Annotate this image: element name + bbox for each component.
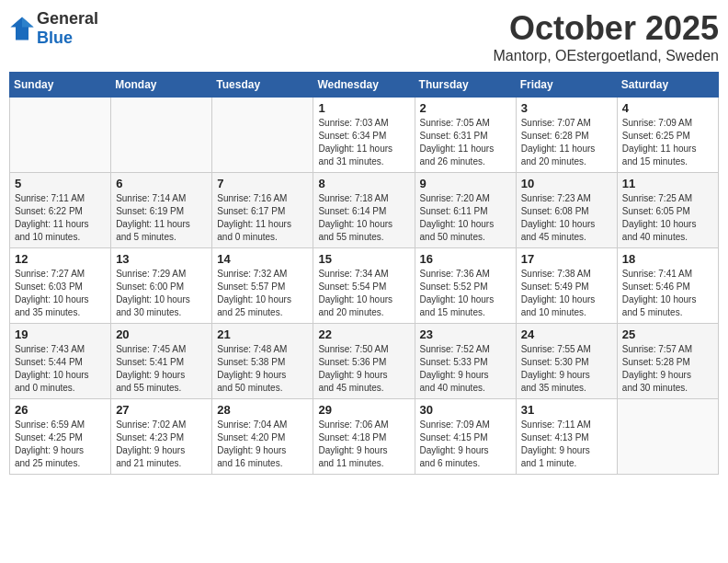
- logo-icon: [9, 16, 35, 41]
- day-info: Sunrise: 6:59 AM Sunset: 4:25 PM Dayligh…: [15, 419, 106, 470]
- calendar-cell: 21Sunrise: 7:48 AM Sunset: 5:38 PM Dayli…: [212, 324, 313, 399]
- logo: General Blue: [9, 9, 98, 48]
- calendar-cell: 12Sunrise: 7:27 AM Sunset: 6:03 PM Dayli…: [10, 248, 111, 324]
- calendar-cell: 29Sunrise: 7:06 AM Sunset: 4:18 PM Dayli…: [313, 399, 415, 475]
- calendar-cell: 3Sunrise: 7:07 AM Sunset: 6:28 PM Daylig…: [516, 98, 617, 173]
- calendar-cell: 6Sunrise: 7:14 AM Sunset: 6:19 PM Daylig…: [111, 173, 212, 248]
- day-info: Sunrise: 7:14 AM Sunset: 6:19 PM Dayligh…: [116, 192, 207, 244]
- day-info: Sunrise: 7:29 AM Sunset: 6:00 PM Dayligh…: [116, 268, 207, 319]
- day-info: Sunrise: 7:02 AM Sunset: 4:23 PM Dayligh…: [116, 419, 207, 470]
- calendar-cell: 19Sunrise: 7:43 AM Sunset: 5:44 PM Dayli…: [10, 324, 111, 399]
- calendar-cell: 25Sunrise: 7:57 AM Sunset: 5:28 PM Dayli…: [617, 324, 718, 399]
- calendar-cell: 7Sunrise: 7:16 AM Sunset: 6:17 PM Daylig…: [212, 173, 313, 248]
- calendar-cell: [212, 98, 313, 173]
- day-number: 12: [15, 252, 106, 266]
- day-number: 22: [318, 327, 409, 341]
- logo-general-text: General: [37, 9, 98, 28]
- day-number: 30: [420, 403, 511, 417]
- calendar-cell: 2Sunrise: 7:05 AM Sunset: 6:31 PM Daylig…: [415, 98, 516, 173]
- title-block: October 2025 Mantorp, OEstergoetland, Sw…: [494, 9, 719, 64]
- calendar-cell: 18Sunrise: 7:41 AM Sunset: 5:46 PM Dayli…: [617, 248, 718, 324]
- day-info: Sunrise: 7:57 AM Sunset: 5:28 PM Dayligh…: [622, 343, 713, 395]
- day-info: Sunrise: 7:06 AM Sunset: 4:18 PM Dayligh…: [318, 419, 409, 470]
- day-info: Sunrise: 7:20 AM Sunset: 6:11 PM Dayligh…: [420, 192, 511, 244]
- day-info: Sunrise: 7:48 AM Sunset: 5:38 PM Dayligh…: [217, 343, 308, 395]
- day-info: Sunrise: 7:09 AM Sunset: 6:25 PM Dayligh…: [622, 117, 713, 168]
- day-info: Sunrise: 7:11 AM Sunset: 6:22 PM Dayligh…: [15, 192, 106, 244]
- week-row-5: 26Sunrise: 6:59 AM Sunset: 4:25 PM Dayli…: [10, 399, 719, 475]
- month-title: October 2025: [494, 9, 719, 48]
- calendar-cell: 5Sunrise: 7:11 AM Sunset: 6:22 PM Daylig…: [10, 173, 111, 248]
- day-number: 8: [318, 177, 409, 190]
- day-info: Sunrise: 7:23 AM Sunset: 6:08 PM Dayligh…: [521, 192, 612, 244]
- calendar-cell: 17Sunrise: 7:38 AM Sunset: 5:49 PM Dayli…: [516, 248, 617, 324]
- day-info: Sunrise: 7:18 AM Sunset: 6:14 PM Dayligh…: [318, 192, 409, 244]
- day-info: Sunrise: 7:50 AM Sunset: 5:36 PM Dayligh…: [318, 343, 409, 395]
- calendar-cell: 22Sunrise: 7:50 AM Sunset: 5:36 PM Dayli…: [313, 324, 415, 399]
- day-number: 24: [521, 327, 612, 341]
- day-header-friday: Friday: [516, 73, 617, 98]
- day-number: 7: [217, 177, 308, 190]
- day-info: Sunrise: 7:43 AM Sunset: 5:44 PM Dayligh…: [15, 343, 106, 395]
- day-number: 16: [420, 252, 511, 266]
- day-number: 17: [521, 252, 612, 266]
- calendar-cell: 14Sunrise: 7:32 AM Sunset: 5:57 PM Dayli…: [212, 248, 313, 324]
- day-header-sunday: Sunday: [10, 73, 111, 98]
- day-number: 1: [318, 101, 409, 115]
- day-number: 2: [420, 101, 511, 115]
- calendar-cell: 10Sunrise: 7:23 AM Sunset: 6:08 PM Dayli…: [516, 173, 617, 248]
- day-number: 4: [622, 101, 713, 115]
- day-number: 15: [318, 252, 409, 266]
- calendar-cell: 23Sunrise: 7:52 AM Sunset: 5:33 PM Dayli…: [415, 324, 516, 399]
- calendar-cell: 20Sunrise: 7:45 AM Sunset: 5:41 PM Dayli…: [111, 324, 212, 399]
- day-header-monday: Monday: [111, 73, 212, 98]
- calendar-cell: 15Sunrise: 7:34 AM Sunset: 5:54 PM Dayli…: [313, 248, 415, 324]
- calendar-cell: 13Sunrise: 7:29 AM Sunset: 6:00 PM Dayli…: [111, 248, 212, 324]
- day-number: 29: [318, 403, 409, 417]
- day-number: 6: [116, 177, 207, 190]
- day-info: Sunrise: 7:32 AM Sunset: 5:57 PM Dayligh…: [217, 268, 308, 319]
- day-info: Sunrise: 7:34 AM Sunset: 5:54 PM Dayligh…: [318, 268, 409, 319]
- week-row-2: 5Sunrise: 7:11 AM Sunset: 6:22 PM Daylig…: [10, 173, 719, 248]
- day-number: 25: [622, 327, 713, 341]
- day-number: 21: [217, 327, 308, 341]
- day-info: Sunrise: 7:11 AM Sunset: 4:13 PM Dayligh…: [521, 419, 612, 470]
- day-number: 23: [420, 327, 511, 341]
- day-number: 31: [521, 403, 612, 417]
- calendar-cell: 16Sunrise: 7:36 AM Sunset: 5:52 PM Dayli…: [415, 248, 516, 324]
- day-info: Sunrise: 7:25 AM Sunset: 6:05 PM Dayligh…: [622, 192, 713, 244]
- day-info: Sunrise: 7:09 AM Sunset: 4:15 PM Dayligh…: [420, 419, 511, 470]
- calendar-cell: 1Sunrise: 7:03 AM Sunset: 6:34 PM Daylig…: [313, 98, 415, 173]
- day-number: 3: [521, 101, 612, 115]
- day-number: 19: [15, 327, 106, 341]
- day-number: 14: [217, 252, 308, 266]
- day-info: Sunrise: 7:38 AM Sunset: 5:49 PM Dayligh…: [521, 268, 612, 319]
- calendar-cell: 4Sunrise: 7:09 AM Sunset: 6:25 PM Daylig…: [617, 98, 718, 173]
- calendar-cell: 30Sunrise: 7:09 AM Sunset: 4:15 PM Dayli…: [415, 399, 516, 475]
- calendar-cell: 24Sunrise: 7:55 AM Sunset: 5:30 PM Dayli…: [516, 324, 617, 399]
- calendar-cell: [111, 98, 212, 173]
- calendar-cell: 26Sunrise: 6:59 AM Sunset: 4:25 PM Dayli…: [10, 399, 111, 475]
- logo-blue-text: Blue: [37, 29, 73, 47]
- day-number: 27: [116, 403, 207, 417]
- day-header-thursday: Thursday: [415, 73, 516, 98]
- day-info: Sunrise: 7:36 AM Sunset: 5:52 PM Dayligh…: [420, 268, 511, 319]
- day-info: Sunrise: 7:52 AM Sunset: 5:33 PM Dayligh…: [420, 343, 511, 395]
- day-number: 28: [217, 403, 308, 417]
- calendar-cell: [617, 399, 718, 475]
- day-info: Sunrise: 7:55 AM Sunset: 5:30 PM Dayligh…: [521, 343, 612, 395]
- day-header-wednesday: Wednesday: [313, 73, 415, 98]
- day-info: Sunrise: 7:04 AM Sunset: 4:20 PM Dayligh…: [217, 419, 308, 470]
- calendar-cell: 28Sunrise: 7:04 AM Sunset: 4:20 PM Dayli…: [212, 399, 313, 475]
- week-row-1: 1Sunrise: 7:03 AM Sunset: 6:34 PM Daylig…: [10, 98, 719, 173]
- calendar-table: SundayMondayTuesdayWednesdayThursdayFrid…: [9, 72, 719, 475]
- day-number: 20: [116, 327, 207, 341]
- day-number: 10: [521, 177, 612, 190]
- day-header-tuesday: Tuesday: [212, 73, 313, 98]
- location-title: Mantorp, OEstergoetland, Sweden: [494, 48, 719, 64]
- day-info: Sunrise: 7:05 AM Sunset: 6:31 PM Dayligh…: [420, 117, 511, 168]
- day-info: Sunrise: 7:27 AM Sunset: 6:03 PM Dayligh…: [15, 268, 106, 319]
- day-number: 11: [622, 177, 713, 190]
- day-info: Sunrise: 7:07 AM Sunset: 6:28 PM Dayligh…: [521, 117, 612, 168]
- day-number: 18: [622, 252, 713, 266]
